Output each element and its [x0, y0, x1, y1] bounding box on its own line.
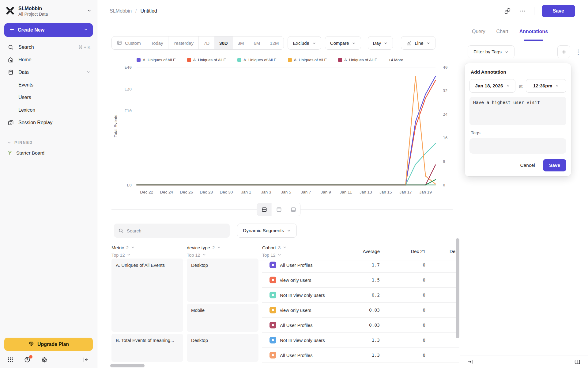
- annotation-save-button[interactable]: Save: [543, 159, 566, 171]
- save-report-button[interactable]: Save: [542, 5, 575, 17]
- top-filter[interactable]: Top 12: [111, 253, 187, 258]
- legend-item[interactable]: A. Uniques of All E...: [338, 58, 381, 62]
- upgrade-plan-button[interactable]: Upgrade Plan: [4, 338, 93, 351]
- sidebar-nav: Search⌘ + KHomeDataEventsUsersLexiconSes…: [0, 41, 97, 129]
- search-input[interactable]: [127, 228, 225, 233]
- tags-input[interactable]: [469, 138, 566, 154]
- legend-item[interactable]: A. Uniques of All E...: [187, 58, 230, 62]
- svg-text:Jan 13: Jan 13: [360, 190, 372, 194]
- apps-grid-button[interactable]: [7, 356, 14, 363]
- range-option-yesterday[interactable]: Yesterday: [168, 36, 199, 49]
- help-button[interactable]: [23, 356, 31, 364]
- sidebar-item-label: Events: [18, 82, 33, 88]
- cohort-cell[interactable]: view only users: [262, 273, 342, 288]
- annotation-text-input[interactable]: Have a highest user visit: [469, 97, 566, 125]
- main-content: CustomTodayYesterday7D30D3M6M12M Exclude…: [97, 22, 460, 368]
- cohort-cell[interactable]: Not In view only users: [262, 288, 342, 303]
- chevron-down-icon: [555, 84, 559, 88]
- annotation-date-select[interactable]: Jan 18, 2026: [469, 79, 515, 93]
- top-filter[interactable]: Top 12: [187, 253, 262, 258]
- legend-item[interactable]: A. Uniques of All E...: [288, 58, 330, 62]
- org-switcher[interactable]: SLMobbin All Project Data: [0, 4, 97, 21]
- annotation-time-select[interactable]: 12:36pm: [526, 79, 566, 93]
- granularity-button[interactable]: Day: [368, 36, 393, 50]
- legend-item[interactable]: A. Uniques of All E...: [237, 58, 280, 62]
- annotation-cancel-button[interactable]: Cancel: [515, 159, 540, 171]
- tab-annotations[interactable]: Annotations: [519, 22, 548, 41]
- layout-table-only-button[interactable]: [286, 203, 300, 216]
- svg-text:E20: E20: [125, 87, 132, 91]
- legend-item[interactable]: A. Uniques of All E...: [137, 58, 179, 62]
- compare-button[interactable]: Compare: [325, 36, 361, 50]
- metric-label[interactable]: A. Uniques of All Events: [111, 259, 183, 332]
- device-type-label[interactable]: Desktop: [187, 259, 258, 302]
- chart-type-button[interactable]: Line: [401, 36, 435, 50]
- tab-chart[interactable]: Chart: [496, 22, 508, 41]
- chevron-down-icon[interactable]: [84, 27, 88, 33]
- device-type-label[interactable]: Desktop: [187, 334, 258, 362]
- add-annotation-button[interactable]: [557, 45, 570, 58]
- create-new-button[interactable]: Create New: [4, 23, 93, 37]
- range-option-12m[interactable]: 12M: [265, 36, 284, 49]
- breadcrumb-page-title[interactable]: Untitled: [141, 8, 157, 14]
- svg-text:Jan 3: Jan 3: [261, 190, 271, 194]
- collapse-sidebar-button[interactable]: [82, 356, 90, 364]
- granularity-label: Day: [373, 40, 381, 46]
- cohort-label: view only users: [280, 278, 311, 283]
- annotations-menu-button[interactable]: ⋮: [575, 48, 582, 56]
- more-options-button[interactable]: [519, 7, 527, 15]
- breakdown-table: Metric2Top 12device type2Top 12Cohort3To…: [111, 243, 460, 363]
- dec21-value: 0: [385, 303, 441, 318]
- sidebar-item-search[interactable]: Search⌘ + K: [0, 41, 97, 54]
- breadcrumb-project[interactable]: SLMobbin: [110, 8, 132, 14]
- sidebar-item-home[interactable]: Home: [0, 54, 97, 66]
- collapse-panel-button[interactable]: [466, 358, 474, 366]
- column-header-title[interactable]: Metric2: [111, 245, 187, 250]
- svg-text:Jan 1: Jan 1: [241, 190, 251, 194]
- sidebar-item-label: Users: [18, 95, 31, 100]
- layout-split-button[interactable]: [257, 203, 272, 216]
- sidebar-item-session-replay[interactable]: Session Replay: [0, 117, 97, 129]
- sidebar: SLMobbin All Project Data Create New Sea…: [0, 0, 97, 368]
- svg-text:E10: E10: [125, 109, 132, 113]
- pinned-section-header[interactable]: PINNED: [0, 139, 97, 147]
- svg-text:Dec 24: Dec 24: [160, 190, 173, 194]
- device-type-label[interactable]: Mobile: [187, 304, 258, 332]
- column-header-title[interactable]: Cohort3: [262, 245, 342, 250]
- layout-chart-only-button[interactable]: [272, 203, 286, 216]
- top-filter[interactable]: Top 12: [262, 253, 342, 258]
- sidebar-item-starter-board[interactable]: Starter Board: [0, 147, 97, 159]
- metric-label[interactable]: B. Total Events of meaning...: [111, 334, 183, 362]
- range-option-today[interactable]: Today: [146, 36, 168, 49]
- sidebar-item-users[interactable]: Users: [0, 91, 97, 104]
- average-value: 0.03: [342, 303, 385, 318]
- cohort-cell[interactable]: All User Profiles: [262, 258, 342, 273]
- dynamic-segments-button[interactable]: Dynamic Segments: [237, 224, 297, 238]
- tab-query[interactable]: Query: [472, 22, 485, 41]
- cohort-cell[interactable]: view only users: [262, 303, 342, 318]
- legend-more-label[interactable]: +4 More: [389, 58, 403, 62]
- seedling-icon: [7, 149, 13, 156]
- cohort-cell[interactable]: Not In view only users: [262, 333, 342, 348]
- horizontal-scrollbar[interactable]: [110, 364, 145, 367]
- sidebar-item-events[interactable]: Events: [0, 79, 97, 91]
- column-header-title[interactable]: device type2: [187, 245, 262, 250]
- range-option-custom[interactable]: Custom: [112, 36, 146, 49]
- cohort-cell[interactable]: All User Profiles: [262, 318, 342, 333]
- range-option-3m[interactable]: 3M: [233, 36, 249, 49]
- exclude-button[interactable]: Exclude: [288, 36, 321, 50]
- settings-gear-button[interactable]: [40, 356, 48, 364]
- filter-by-tags-button[interactable]: Filter by Tags: [468, 45, 514, 58]
- line-chart[interactable]: E40E20E10E04032241680Dec 22Dec 24Dec 26D…: [97, 63, 460, 194]
- range-option-30d[interactable]: 30D: [214, 36, 233, 49]
- range-option-6m[interactable]: 6M: [249, 36, 265, 49]
- svg-text:8: 8: [443, 159, 445, 164]
- range-option-7d[interactable]: 7D: [199, 36, 214, 49]
- vertical-scrollbar[interactable]: [456, 238, 459, 338]
- sidebar-item-lexicon[interactable]: Lexicon: [0, 104, 97, 117]
- sidebar-item-data[interactable]: Data: [0, 66, 97, 79]
- copy-link-button[interactable]: [503, 7, 511, 15]
- split-view-button[interactable]: [573, 358, 581, 366]
- column-header-count: 2: [126, 245, 129, 250]
- cohort-cell[interactable]: All User Profiles: [262, 348, 342, 363]
